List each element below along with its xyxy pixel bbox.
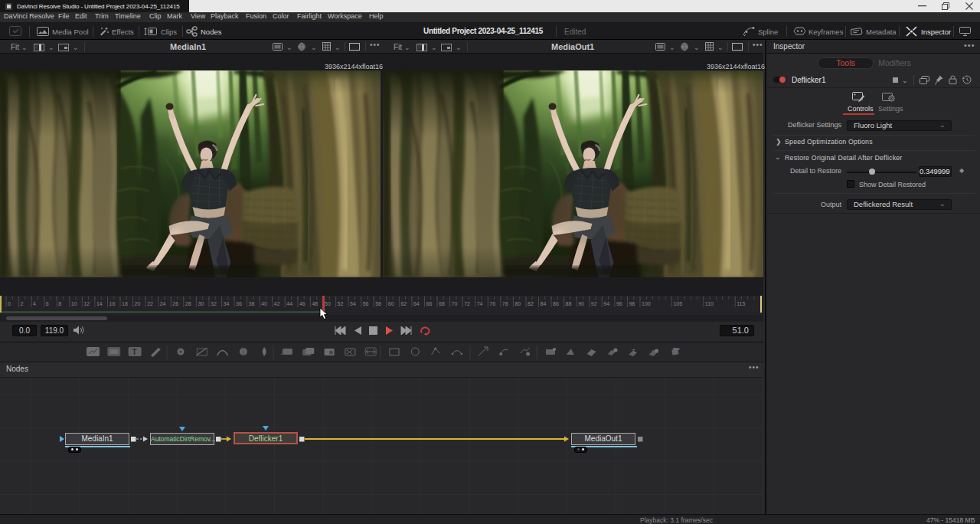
svg-text:94: 94 bbox=[603, 301, 609, 306]
svg-text:90: 90 bbox=[578, 301, 584, 306]
svg-text:30: 30 bbox=[198, 301, 204, 306]
svg-text:92: 92 bbox=[591, 301, 597, 306]
svg-text:4: 4 bbox=[33, 301, 36, 306]
svg-text:28: 28 bbox=[185, 301, 191, 306]
svg-text:64: 64 bbox=[413, 301, 420, 306]
svg-text:82: 82 bbox=[528, 301, 534, 306]
svg-text:14: 14 bbox=[96, 301, 103, 306]
svg-text:42: 42 bbox=[274, 301, 280, 306]
svg-text:78: 78 bbox=[502, 301, 508, 306]
svg-text:98: 98 bbox=[629, 301, 635, 306]
svg-text:24: 24 bbox=[160, 301, 166, 306]
svg-text:10: 10 bbox=[71, 301, 77, 306]
svg-text:96: 96 bbox=[616, 301, 622, 306]
svg-text:74: 74 bbox=[477, 301, 483, 306]
svg-text:12: 12 bbox=[83, 301, 90, 306]
svg-text:38: 38 bbox=[249, 301, 255, 306]
svg-text:58: 58 bbox=[375, 301, 381, 306]
svg-text:88: 88 bbox=[566, 301, 572, 306]
svg-text:52: 52 bbox=[338, 301, 344, 306]
svg-text:44: 44 bbox=[286, 301, 292, 306]
svg-text:T: T bbox=[132, 348, 137, 356]
svg-text:84: 84 bbox=[541, 301, 547, 306]
svg-text:76: 76 bbox=[489, 301, 495, 306]
svg-text:20: 20 bbox=[135, 301, 141, 306]
svg-text:32: 32 bbox=[211, 301, 217, 306]
svg-text:110: 110 bbox=[705, 301, 714, 306]
svg-text:62: 62 bbox=[400, 301, 407, 306]
svg-text:100: 100 bbox=[642, 301, 651, 306]
svg-text:66: 66 bbox=[426, 301, 433, 306]
svg-text:18: 18 bbox=[122, 301, 128, 306]
svg-text:54: 54 bbox=[350, 301, 356, 306]
svg-text:6: 6 bbox=[46, 301, 49, 306]
svg-text:68: 68 bbox=[439, 301, 445, 306]
svg-text:56: 56 bbox=[363, 301, 369, 306]
svg-text:8: 8 bbox=[58, 301, 61, 306]
svg-text:48: 48 bbox=[312, 301, 318, 306]
svg-text:72: 72 bbox=[464, 301, 470, 306]
svg-text:70: 70 bbox=[452, 301, 458, 306]
svg-text:40: 40 bbox=[261, 301, 267, 306]
svg-text:105: 105 bbox=[673, 301, 682, 306]
svg-text:80: 80 bbox=[514, 301, 521, 306]
svg-text:0: 0 bbox=[8, 301, 11, 306]
svg-text:34: 34 bbox=[224, 301, 230, 306]
svg-text:T: T bbox=[632, 348, 635, 355]
svg-text:60: 60 bbox=[388, 301, 394, 306]
svg-text:2: 2 bbox=[21, 301, 24, 306]
svg-text:86: 86 bbox=[553, 301, 559, 306]
svg-text:16: 16 bbox=[109, 301, 116, 306]
svg-text:36: 36 bbox=[236, 301, 242, 306]
svg-text:22: 22 bbox=[147, 301, 153, 306]
svg-text:26: 26 bbox=[172, 301, 178, 306]
svg-text:115: 115 bbox=[737, 301, 745, 306]
svg-text:50: 50 bbox=[325, 301, 331, 306]
svg-text:46: 46 bbox=[299, 301, 305, 306]
